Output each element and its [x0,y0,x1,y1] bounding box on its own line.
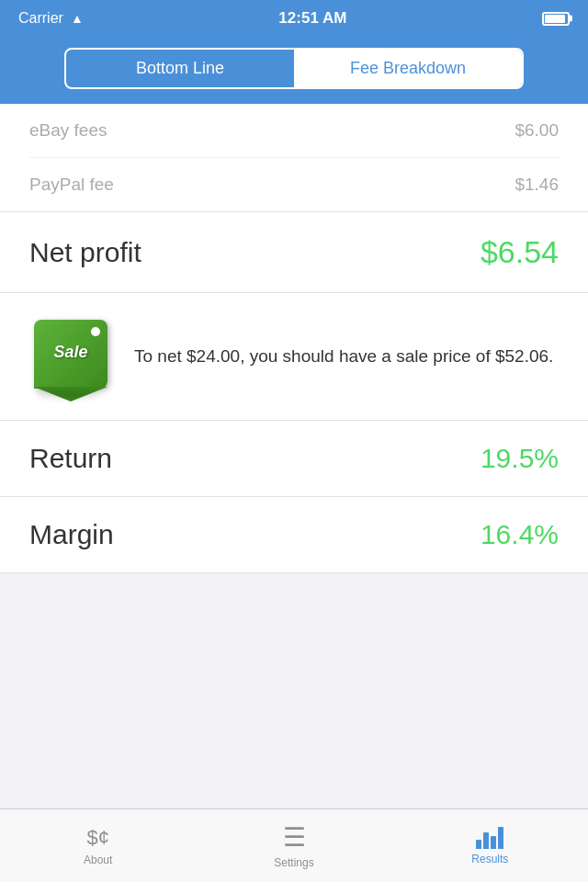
results-icon [476,827,503,849]
nav-tabs: Bottom Line Fee Breakdown [0,37,588,104]
about-icon: $¢ [86,826,108,850]
status-bar: Carrier ▲ 12:51 AM [0,0,588,37]
settings-label: Settings [274,856,313,869]
sale-description: To net $24.00, you should have a sale pr… [134,344,559,370]
paypal-fee-row: PayPal fee $1.46 [29,158,559,211]
sale-suggestion-section: Sale To net $24.00, you should have a sa… [0,293,588,421]
status-battery [542,12,570,26]
return-value: 19.5% [481,443,559,474]
ebay-fee-row: eBay fees $6.00 [29,104,559,158]
sale-tag-text: Sale [53,343,87,362]
tab-bar-about[interactable]: $¢ About [0,826,196,866]
tab-bottom-line[interactable]: Bottom Line [66,50,294,87]
paypal-fee-label: PayPal fee [29,175,114,195]
tab-bar-settings[interactable]: ☰ Settings [196,822,391,869]
sale-tag-icon: Sale [29,315,112,398]
paypal-fee-value: $1.46 [514,175,559,195]
tab-bar-results[interactable]: Results [392,827,588,865]
net-profit-value: $6.54 [481,234,559,270]
battery-icon [542,12,570,26]
ebay-fee-value: $6.00 [514,120,559,141]
margin-section: Margin 16.4% [0,497,588,573]
status-time: 12:51 AM [278,9,346,28]
settings-icon: ☰ [283,822,304,853]
results-label: Results [471,853,508,865]
about-label: About [84,854,112,866]
return-label: Return [29,443,112,474]
return-section: Return 19.5% [0,421,588,497]
ebay-fee-label: eBay fees [29,120,107,141]
carrier-text: Carrier [18,10,63,27]
net-profit-section: Net profit $6.54 [0,212,588,293]
margin-label: Margin [29,519,114,550]
tab-fee-breakdown[interactable]: Fee Breakdown [294,50,522,87]
status-carrier: Carrier ▲ [18,10,84,27]
tab-segment: Bottom Line Fee Breakdown [64,48,524,89]
fee-section: eBay fees $6.00 PayPal fee $1.46 [0,104,588,212]
wifi-icon: ▲ [71,11,84,26]
margin-value: 16.4% [481,519,559,550]
net-profit-label: Net profit [29,237,141,268]
bottom-tab-bar: $¢ About ☰ Settings Results [0,808,588,882]
